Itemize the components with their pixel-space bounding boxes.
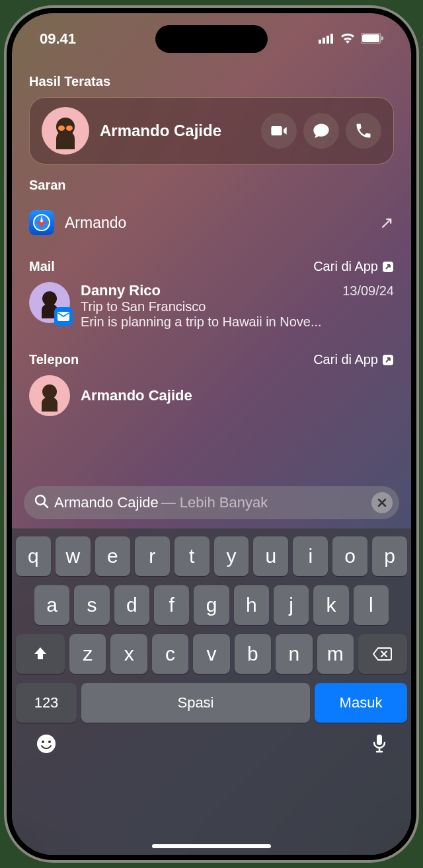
key-v[interactable]: v: [193, 634, 229, 674]
svg-point-8: [58, 126, 65, 131]
phone-contact-avatar: [29, 375, 70, 416]
search-in-mail-link[interactable]: Cari di App: [313, 259, 394, 274]
dictation-button[interactable]: [371, 733, 387, 760]
svg-rect-3: [330, 34, 333, 44]
space-key[interactable]: Spasi: [81, 683, 310, 723]
svg-rect-1: [323, 38, 325, 44]
safari-app-icon: [29, 210, 54, 235]
key-y[interactable]: y: [214, 536, 249, 576]
key-x[interactable]: x: [110, 634, 147, 674]
phone-frame: 09.41 Hasil Teratas Armando Cajide: [7, 8, 416, 860]
key-p[interactable]: p: [372, 536, 407, 576]
svg-line-18: [44, 504, 48, 508]
clock: 09.41: [40, 30, 76, 48]
mail-subject: Trip to San Francisco: [81, 299, 394, 314]
search-field[interactable]: Armando Cajide — Lebih Banyak: [24, 486, 399, 519]
key-m[interactable]: m: [317, 634, 354, 674]
phone-section-heading: Telepon: [29, 352, 79, 367]
svg-point-21: [48, 741, 51, 743]
keyboard: qwertyuiop asdfghjkl zxcvbnm 123 Spasi M…: [12, 528, 411, 855]
open-arrow-icon: ↗: [379, 213, 394, 233]
key-w[interactable]: w: [56, 536, 91, 576]
key-i[interactable]: i: [293, 536, 328, 576]
key-l[interactable]: l: [354, 585, 389, 625]
home-indicator[interactable]: [152, 844, 271, 848]
svg-point-13: [42, 291, 57, 306]
clear-search-button[interactable]: [371, 492, 393, 513]
top-hits-heading: Hasil Teratas: [29, 74, 394, 89]
key-c[interactable]: c: [152, 634, 188, 674]
key-a[interactable]: a: [34, 585, 69, 625]
battery-icon: [361, 30, 383, 48]
svg-point-9: [66, 126, 73, 131]
mail-preview: Erin is planning a trip to Hawaii in Nov…: [81, 314, 394, 330]
phone-result-row[interactable]: Armando Cajide: [29, 367, 394, 424]
key-k[interactable]: k: [313, 585, 348, 625]
key-d[interactable]: d: [114, 585, 149, 625]
backspace-key[interactable]: [358, 634, 407, 674]
mail-sender-name: Danny Rico: [81, 282, 161, 299]
key-g[interactable]: g: [194, 585, 229, 625]
contact-avatar: [42, 107, 89, 155]
svg-rect-22: [377, 735, 382, 745]
mail-date: 13/09/24: [342, 283, 394, 299]
key-s[interactable]: s: [74, 585, 109, 625]
key-b[interactable]: b: [235, 634, 271, 674]
external-link-icon: [382, 261, 394, 273]
search-query-text: Armando Cajide: [54, 494, 159, 511]
cellular-signal-icon: [319, 30, 334, 48]
search-in-phone-link[interactable]: Cari di App: [313, 352, 394, 367]
key-h[interactable]: h: [234, 585, 269, 625]
key-z[interactable]: z: [69, 634, 106, 674]
key-o[interactable]: o: [332, 536, 367, 576]
key-q[interactable]: q: [16, 536, 51, 576]
shift-key[interactable]: [16, 634, 65, 674]
mail-app-badge-icon: [54, 307, 73, 326]
key-e[interactable]: e: [95, 536, 130, 576]
suggestions-heading: Saran: [29, 178, 394, 193]
phone-call-button[interactable]: [346, 113, 381, 149]
key-n[interactable]: n: [276, 634, 312, 674]
safari-suggestion-row[interactable]: Armando ↗: [29, 201, 394, 244]
search-more-hint: — Lebih Banyak: [161, 494, 371, 511]
search-results: Hasil Teratas Armando Cajide: [12, 53, 411, 498]
key-j[interactable]: j: [274, 585, 309, 625]
screen: 09.41 Hasil Teratas Armando Cajide: [12, 13, 411, 855]
svg-rect-2: [327, 36, 329, 44]
svg-point-19: [37, 735, 56, 753]
emoji-button[interactable]: [36, 733, 57, 760]
svg-point-16: [42, 384, 57, 399]
numbers-key[interactable]: 123: [16, 683, 77, 723]
key-f[interactable]: f: [154, 585, 189, 625]
search-icon: [34, 494, 49, 511]
suggestion-text: Armando: [65, 214, 379, 232]
key-t[interactable]: t: [174, 536, 210, 576]
svg-rect-5: [362, 34, 379, 42]
messages-button[interactable]: [303, 113, 339, 149]
mail-section-heading: Mail: [29, 259, 55, 274]
dynamic-island: [155, 25, 268, 53]
contact-name: Armando Cajide: [100, 122, 261, 140]
key-u[interactable]: u: [253, 536, 288, 576]
key-r[interactable]: r: [135, 536, 170, 576]
return-key[interactable]: Masuk: [315, 683, 407, 723]
svg-rect-6: [381, 36, 383, 40]
facetime-video-button[interactable]: [261, 113, 297, 149]
top-hit-contact-card[interactable]: Armando Cajide: [29, 97, 394, 164]
mail-result-row[interactable]: Danny Rico 13/09/24 Trip to San Francisc…: [29, 274, 394, 338]
external-link-icon: [382, 354, 394, 366]
wifi-icon: [340, 30, 356, 48]
svg-point-20: [42, 741, 44, 743]
svg-rect-0: [319, 40, 321, 44]
phone-contact-name: Armando Cajide: [81, 387, 192, 404]
